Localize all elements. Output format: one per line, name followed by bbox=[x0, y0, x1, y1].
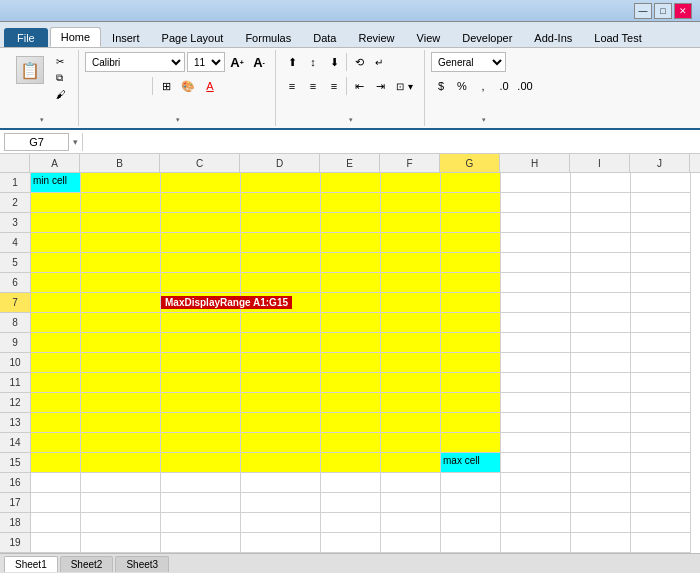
cell-B1[interactable] bbox=[81, 173, 161, 193]
cell-H11[interactable] bbox=[501, 373, 571, 393]
cell-G9[interactable] bbox=[441, 333, 501, 353]
cell-C19[interactable] bbox=[161, 533, 241, 553]
cell-E18[interactable] bbox=[321, 513, 381, 533]
cut-button[interactable]: ✂ bbox=[52, 54, 72, 69]
cell-J10[interactable] bbox=[631, 353, 691, 373]
cell-E10[interactable] bbox=[321, 353, 381, 373]
cell-J19[interactable] bbox=[631, 533, 691, 553]
cell-B9[interactable] bbox=[81, 333, 161, 353]
cell-I10[interactable] bbox=[571, 353, 631, 373]
cell-H10[interactable] bbox=[501, 353, 571, 373]
cell-H15[interactable] bbox=[501, 453, 571, 473]
tab-developer[interactable]: Developer bbox=[451, 28, 523, 47]
col-header-e[interactable]: E bbox=[320, 154, 380, 172]
number-dialog-launcher[interactable]: ▾ bbox=[482, 116, 486, 124]
cell-D11[interactable] bbox=[241, 373, 321, 393]
cell-H9[interactable] bbox=[501, 333, 571, 353]
cell-A3[interactable] bbox=[31, 213, 81, 233]
cell-D15[interactable] bbox=[241, 453, 321, 473]
col-header-f[interactable]: F bbox=[380, 154, 440, 172]
cell-E19[interactable] bbox=[321, 533, 381, 553]
minimize-button[interactable]: — bbox=[634, 3, 652, 19]
increase-font-button[interactable]: A+ bbox=[227, 52, 247, 72]
cell-H2[interactable] bbox=[501, 193, 571, 213]
cell-B2[interactable] bbox=[81, 193, 161, 213]
cell-E4[interactable] bbox=[321, 233, 381, 253]
cell-F10[interactable] bbox=[381, 353, 441, 373]
font-name-select[interactable]: Calibri bbox=[85, 52, 185, 72]
font-dialog-launcher[interactable]: ▾ bbox=[176, 116, 180, 124]
sheet-tab-2[interactable]: Sheet2 bbox=[60, 556, 114, 572]
cell-H6[interactable] bbox=[501, 273, 571, 293]
wrap-text-button[interactable]: ↵ bbox=[370, 54, 390, 71]
cell-D14[interactable] bbox=[241, 433, 321, 453]
row-header-9[interactable]: 9 bbox=[0, 333, 30, 353]
cell-E14[interactable] bbox=[321, 433, 381, 453]
cell-H4[interactable] bbox=[501, 233, 571, 253]
cell-H3[interactable] bbox=[501, 213, 571, 233]
cell-B17[interactable] bbox=[81, 493, 161, 513]
cell-E11[interactable] bbox=[321, 373, 381, 393]
currency-button[interactable]: $ bbox=[431, 76, 451, 96]
tab-load-test[interactable]: Load Test bbox=[583, 28, 653, 47]
cell-A6[interactable] bbox=[31, 273, 81, 293]
cell-F13[interactable] bbox=[381, 413, 441, 433]
italic-button[interactable] bbox=[107, 76, 127, 96]
tab-home[interactable]: Home bbox=[50, 27, 101, 47]
cell-G8[interactable] bbox=[441, 313, 501, 333]
clipboard-dialog-launcher[interactable]: ▾ bbox=[40, 116, 44, 124]
cell-C12[interactable] bbox=[161, 393, 241, 413]
cell-G17[interactable] bbox=[441, 493, 501, 513]
cell-A10[interactable] bbox=[31, 353, 81, 373]
cell-B3[interactable] bbox=[81, 213, 161, 233]
row-header-19[interactable]: 19 bbox=[0, 533, 30, 553]
cell-I15[interactable] bbox=[571, 453, 631, 473]
cell-D8[interactable] bbox=[241, 313, 321, 333]
cell-D4[interactable] bbox=[241, 233, 321, 253]
cell-J2[interactable] bbox=[631, 193, 691, 213]
tab-review[interactable]: Review bbox=[347, 28, 405, 47]
cell-D6[interactable] bbox=[241, 273, 321, 293]
cell-I16[interactable] bbox=[571, 473, 631, 493]
cell-E9[interactable] bbox=[321, 333, 381, 353]
cell-H1[interactable] bbox=[501, 173, 571, 193]
cell-I6[interactable] bbox=[571, 273, 631, 293]
row-header-13[interactable]: 13 bbox=[0, 413, 30, 433]
tab-page-layout[interactable]: Page Layout bbox=[151, 28, 235, 47]
row-header-15[interactable]: 15 bbox=[0, 453, 30, 473]
cell-G16[interactable] bbox=[441, 473, 501, 493]
cell-B5[interactable] bbox=[81, 253, 161, 273]
row-header-17[interactable]: 17 bbox=[0, 493, 30, 513]
cell-G5[interactable] bbox=[441, 253, 501, 273]
col-header-h[interactable]: H bbox=[500, 154, 570, 172]
align-left-button[interactable]: ≡ bbox=[282, 76, 302, 96]
cell-H13[interactable] bbox=[501, 413, 571, 433]
cell-G12[interactable] bbox=[441, 393, 501, 413]
cell-J15[interactable] bbox=[631, 453, 691, 473]
comma-button[interactable]: , bbox=[473, 76, 493, 96]
align-right-button[interactable]: ≡ bbox=[324, 76, 344, 96]
cell-H18[interactable] bbox=[501, 513, 571, 533]
cell-J16[interactable] bbox=[631, 473, 691, 493]
row-header-8[interactable]: 8 bbox=[0, 313, 30, 333]
cell-H16[interactable] bbox=[501, 473, 571, 493]
cell-A9[interactable] bbox=[31, 333, 81, 353]
cell-G15[interactable]: max cell bbox=[441, 453, 501, 473]
cell-G3[interactable] bbox=[441, 213, 501, 233]
cell-I13[interactable] bbox=[571, 413, 631, 433]
cell-J13[interactable] bbox=[631, 413, 691, 433]
cell-B15[interactable] bbox=[81, 453, 161, 473]
cell-I1[interactable] bbox=[571, 173, 631, 193]
text-direction-button[interactable]: ⟲ bbox=[349, 52, 369, 72]
cell-J18[interactable] bbox=[631, 513, 691, 533]
cell-A13[interactable] bbox=[31, 413, 81, 433]
cell-I14[interactable] bbox=[571, 433, 631, 453]
cell-A16[interactable] bbox=[31, 473, 81, 493]
cell-F11[interactable] bbox=[381, 373, 441, 393]
cell-I19[interactable] bbox=[571, 533, 631, 553]
cell-H8[interactable] bbox=[501, 313, 571, 333]
cell-D18[interactable] bbox=[241, 513, 321, 533]
cell-A5[interactable] bbox=[31, 253, 81, 273]
cell-C1[interactable] bbox=[161, 173, 241, 193]
tab-add-ins[interactable]: Add-Ins bbox=[523, 28, 583, 47]
